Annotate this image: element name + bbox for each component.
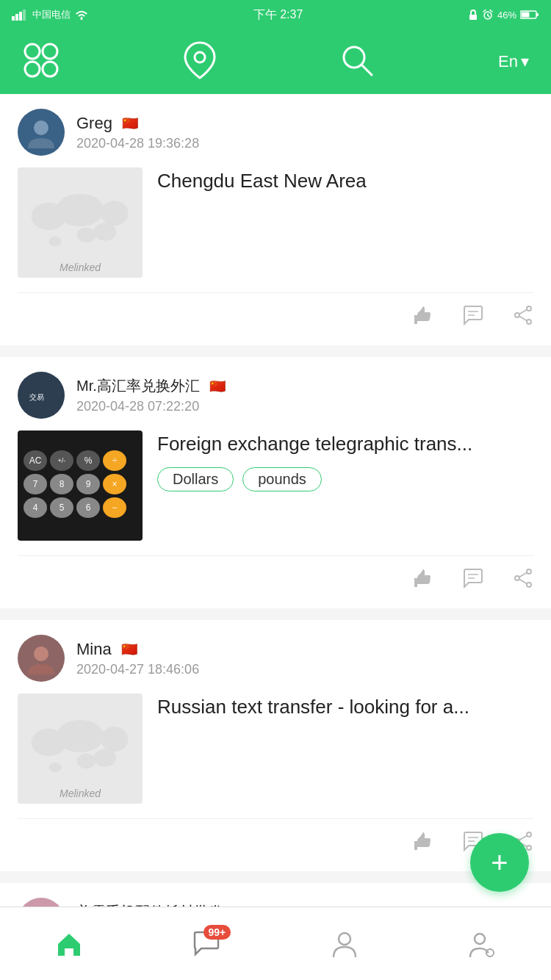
svg-rect-2 [19, 12, 22, 21]
post-text-area: Russian text transfer - looking for a... [157, 693, 533, 720]
svg-point-49 [94, 749, 117, 767]
post-actions [18, 818, 533, 857]
post-username: Greg 🇨🇳 [76, 114, 533, 133]
svg-point-15 [25, 62, 40, 76]
post-content: AC +/- % ÷ 7 8 9 × 4 5 6 [18, 430, 533, 541]
status-right: 46% [468, 9, 539, 21]
svg-point-24 [77, 228, 96, 242]
svg-line-42 [519, 580, 527, 584]
flag-icon: 🇨🇳 [118, 115, 142, 131]
apps-icon[interactable] [22, 41, 60, 82]
comment-button[interactable] [463, 305, 483, 331]
fab-icon: + [491, 846, 508, 879]
share-button[interactable] [513, 305, 533, 331]
profile-settings-icon [468, 931, 496, 957]
svg-rect-1 [15, 14, 18, 21]
svg-point-39 [527, 583, 531, 587]
nav-profile[interactable] [468, 931, 496, 957]
post-meta: Mr.高汇率兑换外汇 🇨🇳 2020-04-28 07:22:20 [76, 376, 533, 414]
post-text-area: Chengdu East New Area [157, 167, 533, 194]
post-meta: Mina 🇨🇳 2020-04-27 18:46:06 [76, 640, 533, 677]
svg-point-46 [101, 727, 128, 752]
avatar: 交易 [18, 372, 65, 419]
status-left: 中国电信 [12, 8, 88, 21]
post-header: 交易 Mr.高汇率兑换外汇 🇨🇳 2020-04-28 07:22:20 [18, 372, 533, 419]
svg-point-26 [94, 223, 117, 241]
carrier-name: 中国电信 [32, 8, 71, 21]
post-meta: Greg 🇨🇳 2020-04-28 19:36:28 [76, 114, 533, 151]
tag-dollars[interactable]: Dollars [157, 467, 234, 491]
post-username: Mina 🇨🇳 [76, 640, 533, 659]
flag-icon: 🇨🇳 [206, 378, 229, 394]
home-icon [55, 931, 83, 957]
like-button[interactable] [411, 831, 433, 857]
svg-rect-0 [12, 16, 15, 21]
svg-line-19 [361, 65, 372, 75]
svg-point-31 [515, 313, 519, 317]
alarm-icon [482, 9, 494, 21]
people-icon [331, 931, 359, 957]
svg-line-7 [488, 15, 489, 17]
tag-pounds[interactable]: pounds [242, 467, 322, 491]
svg-line-9 [490, 10, 492, 12]
post-text-area: Foreign exchange telegraphic trans... Do… [157, 430, 533, 491]
svg-point-14 [43, 44, 57, 59]
nav-contacts[interactable] [331, 931, 359, 957]
svg-point-52 [527, 832, 531, 837]
svg-point-53 [527, 846, 531, 850]
lang-label: En [498, 52, 518, 71]
post-time: 2020-04-27 18:46:06 [76, 662, 533, 677]
svg-point-29 [527, 306, 531, 311]
battery-icon [520, 10, 539, 20]
lock-icon [468, 10, 478, 20]
avatar [18, 635, 65, 682]
svg-rect-11 [536, 13, 539, 16]
svg-rect-3 [23, 10, 26, 21]
melinked-watermark: Melinked [18, 788, 143, 799]
svg-rect-12 [522, 12, 530, 18]
post-card: Mina 🇨🇳 2020-04-27 18:46:06 [0, 620, 551, 871]
svg-point-43 [34, 646, 48, 661]
share-button[interactable] [513, 568, 533, 594]
svg-rect-4 [469, 15, 477, 20]
post-content: Melinked Russian text transfer - looking… [18, 693, 533, 804]
post-thumbnail: Melinked [18, 693, 143, 804]
location-icon[interactable] [184, 41, 216, 82]
post-thumbnail: AC +/- % ÷ 7 8 9 × 4 5 6 [18, 430, 143, 541]
post-thumbnail: Melinked [18, 167, 143, 278]
svg-point-23 [101, 201, 128, 226]
bottom-nav: 99+ [0, 907, 551, 980]
post-title: Russian text transfer - looking for a... [157, 693, 533, 720]
post-card: 交易 Mr.高汇率兑换外汇 🇨🇳 2020-04-28 07:22:20 AC … [0, 357, 551, 608]
status-bar: 中国电信 下午 2:37 46% [0, 0, 551, 29]
svg-line-8 [483, 10, 486, 12]
post-actions [18, 292, 533, 331]
svg-point-38 [527, 569, 531, 574]
flag-icon: 🇨🇳 [118, 641, 141, 657]
search-icon[interactable] [339, 43, 375, 81]
svg-line-41 [519, 573, 527, 577]
fab-button[interactable]: + [470, 833, 529, 892]
svg-point-45 [57, 720, 104, 752]
nav-bar: En ▾ [0, 29, 551, 94]
svg-line-33 [519, 317, 527, 321]
lang-selector[interactable]: En ▾ [498, 52, 529, 71]
svg-point-20 [34, 120, 48, 135]
svg-point-47 [77, 754, 96, 768]
avatar [18, 109, 65, 156]
svg-text:交易: 交易 [29, 393, 44, 401]
nav-chat[interactable]: 99+ [192, 931, 220, 957]
post-header: Mina 🇨🇳 2020-04-27 18:46:06 [18, 635, 533, 682]
svg-point-40 [515, 576, 519, 580]
like-button[interactable] [411, 568, 433, 594]
post-content: Melinked Chengdu East New Area [18, 167, 533, 278]
like-button[interactable] [411, 305, 433, 331]
wifi-icon [75, 10, 88, 20]
signal-icon [12, 9, 28, 21]
status-time: 下午 2:37 [253, 7, 303, 23]
battery-percent: 46% [497, 10, 516, 21]
nav-home[interactable] [55, 931, 83, 957]
post-username: Mr.高汇率兑换外汇 🇨🇳 [76, 376, 533, 396]
comment-button[interactable] [463, 568, 483, 594]
svg-point-22 [57, 194, 104, 226]
